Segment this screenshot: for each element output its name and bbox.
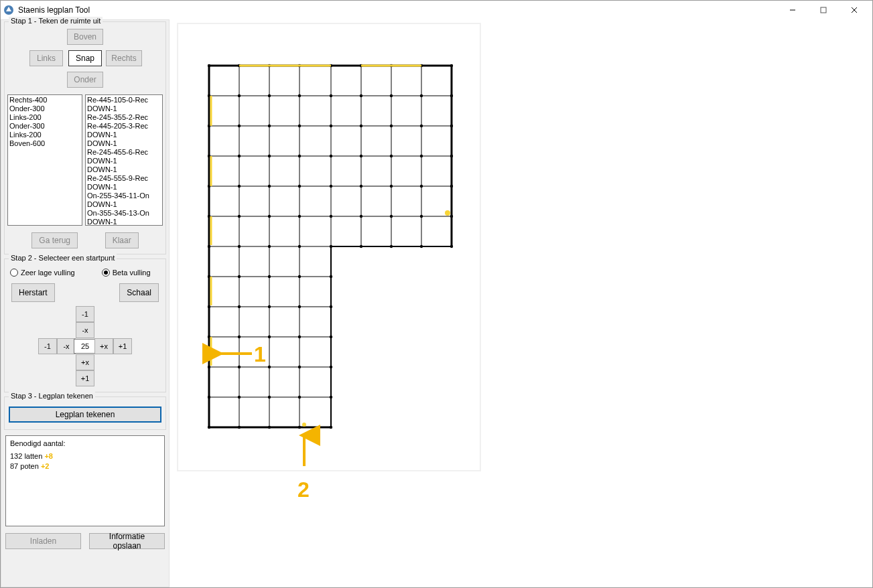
svg-point-65 — [268, 185, 271, 188]
maximize-button[interactable] — [808, 1, 839, 19]
svg-point-69 — [390, 185, 393, 188]
list-item[interactable]: DOWN-1 — [87, 139, 161, 148]
list-item[interactable]: DOWN-1 — [87, 131, 161, 139]
svg-point-51 — [390, 125, 393, 127]
result-poten-extra: +2 — [41, 462, 50, 470]
list-item[interactable]: On-355-345-13-On — [87, 209, 161, 218]
svg-point-50 — [360, 125, 362, 127]
segment-list[interactable]: Re-445-105-0-RecDOWN-1Re-245-355-2-RecRe… — [85, 94, 163, 226]
svg-point-104 — [330, 336, 332, 338]
list-item[interactable]: DOWN-1 — [87, 165, 161, 174]
close-button[interactable] — [839, 1, 870, 19]
svg-point-82 — [238, 245, 241, 248]
list-item[interactable]: DOWN-1 — [87, 157, 161, 165]
svg-point-76 — [330, 215, 332, 218]
onder-button[interactable]: Onder — [67, 72, 103, 88]
minusx-left-button[interactable]: -x — [57, 338, 76, 354]
list-item[interactable]: DOWN-1 — [87, 183, 161, 192]
result-poten-text: 87 poten — [10, 462, 41, 470]
svg-point-57 — [298, 155, 301, 157]
svg-point-52 — [420, 125, 423, 127]
svg-point-68 — [360, 185, 362, 188]
svg-point-119 — [330, 426, 332, 429]
list-item[interactable]: Re-245-455-6-Rec — [87, 148, 161, 157]
svg-point-59 — [360, 155, 362, 157]
minus1-left-button[interactable]: -1 — [38, 338, 57, 354]
radio-dot-icon — [10, 269, 18, 277]
list-item[interactable]: On-255-345-11-On — [87, 192, 161, 200]
radio-zeer-lage-vulling[interactable]: Zeer lage vulling — [10, 269, 75, 277]
svg-point-85 — [330, 245, 332, 248]
radio-dot-filled-icon — [102, 269, 110, 277]
app-icon — [3, 5, 14, 15]
list-item[interactable]: Re-445-205-3-Rec — [87, 122, 161, 131]
svg-point-113 — [298, 396, 301, 398]
svg-point-43 — [420, 94, 423, 97]
svg-point-105 — [208, 366, 210, 368]
legplan-drawing[interactable]: 1 2 — [178, 24, 481, 506]
minus1-top-button[interactable]: -1 — [76, 306, 94, 322]
minimize-button[interactable] — [777, 1, 808, 19]
svg-point-95 — [208, 305, 210, 308]
svg-point-71 — [450, 185, 453, 188]
plusx-bottom-button[interactable]: +x — [76, 354, 94, 370]
boven-button[interactable]: Boven — [67, 29, 103, 45]
titlebar: Staenis legplan Tool — [1, 1, 872, 19]
svg-point-80 — [450, 215, 453, 218]
results-title: Benodigd aantal: — [10, 439, 160, 449]
step2-group: Stap 2 - Selecteer een startpunt Zeer la… — [4, 259, 166, 392]
plus1-right-button[interactable]: +1 — [113, 338, 132, 354]
list-item[interactable]: DOWN-1 — [87, 104, 161, 113]
svg-point-38 — [268, 94, 271, 97]
inladen-button[interactable]: Inladen — [5, 533, 81, 549]
svg-point-114 — [330, 396, 332, 398]
svg-point-42 — [390, 94, 393, 97]
herstart-button[interactable]: Herstart — [11, 283, 55, 302]
svg-point-47 — [268, 125, 271, 127]
plus1-bottom-button[interactable]: +1 — [76, 370, 94, 386]
rechts-button[interactable]: Rechts — [106, 50, 142, 66]
svg-point-86 — [360, 245, 362, 248]
list-item[interactable]: Boven-600 — [9, 139, 80, 148]
links-button[interactable]: Links — [29, 50, 63, 66]
svg-point-48 — [298, 125, 301, 127]
list-item[interactable]: Rechts-400 — [9, 96, 80, 104]
schaal-button[interactable]: Schaal — [119, 283, 159, 302]
shape-list[interactable]: Rechts-400Onder-300Links-200Onder-300Lin… — [7, 94, 82, 226]
legplan-tekenen-button[interactable]: Legplan tekenen — [9, 407, 161, 423]
list-item[interactable]: Links-200 — [9, 113, 80, 122]
snap-button[interactable]: Snap — [68, 50, 102, 66]
list-item[interactable]: Re-245-355-2-Rec — [87, 113, 161, 122]
svg-point-83 — [268, 245, 271, 248]
list-item[interactable]: DOWN-1 — [87, 200, 161, 209]
list-item[interactable]: Re-245-555-9-Rec — [87, 174, 161, 183]
plusx-right-button[interactable]: +x — [94, 338, 113, 354]
svg-point-87 — [390, 245, 393, 248]
svg-point-62 — [450, 155, 453, 157]
list-item[interactable]: Onder-300 — [9, 104, 80, 113]
svg-point-74 — [268, 215, 271, 218]
radio-label: Beta vulling — [113, 269, 151, 277]
minusx-top-button[interactable]: -x — [76, 322, 94, 338]
result-latten-extra: +8 — [44, 452, 53, 460]
svg-point-67 — [330, 185, 332, 188]
svg-point-58 — [330, 155, 332, 157]
value-input[interactable]: 25 — [74, 339, 96, 354]
list-item[interactable]: Onder-300 — [9, 122, 80, 131]
svg-rect-2 — [821, 7, 826, 13]
ga-terug-button[interactable]: Ga terug — [31, 232, 78, 248]
svg-point-106 — [238, 366, 241, 368]
list-item[interactable]: Re-445-105-0-Rec — [87, 96, 161, 104]
svg-point-27 — [208, 64, 210, 67]
svg-point-61 — [420, 155, 423, 157]
canvas-card: 1 2 — [178, 23, 480, 471]
informatie-opslaan-button[interactable]: Informatie opslaan — [89, 533, 165, 549]
window-title: Staenis legplan Tool — [18, 5, 777, 15]
svg-point-88 — [420, 245, 423, 248]
svg-point-98 — [298, 305, 301, 308]
list-item[interactable]: DOWN-1 — [87, 218, 161, 226]
svg-point-64 — [238, 185, 241, 188]
list-item[interactable]: Links-200 — [9, 131, 80, 139]
radio-beta-vulling[interactable]: Beta vulling — [102, 269, 151, 277]
klaar-button[interactable]: Klaar — [105, 232, 139, 248]
